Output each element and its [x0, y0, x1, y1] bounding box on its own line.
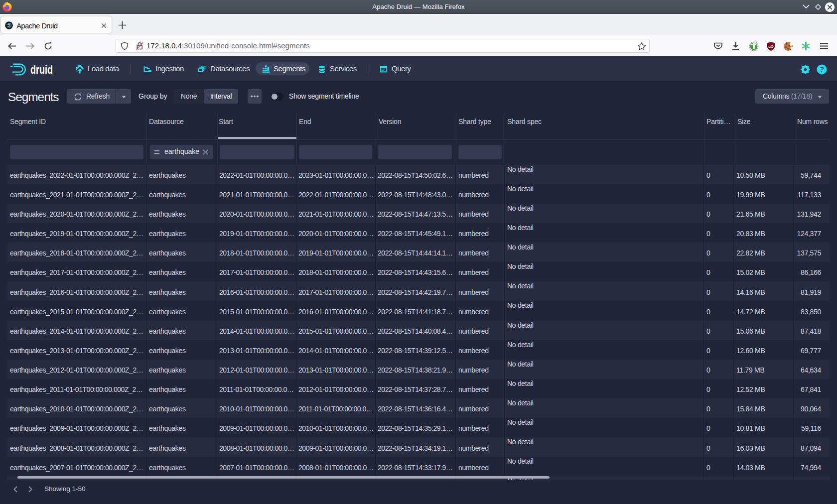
svg-text:uO: uO: [768, 44, 774, 49]
svg-text:druid: druid: [30, 63, 53, 76]
svg-text:?: ?: [820, 65, 824, 73]
